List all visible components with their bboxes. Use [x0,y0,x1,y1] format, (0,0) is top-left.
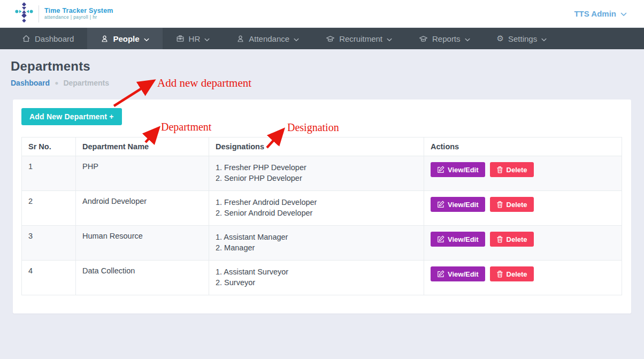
nav-item-dashboard[interactable]: Dashboard [9,28,87,49]
nav-item-hr[interactable]: HR [163,28,224,49]
breadcrumb-current: Departments [63,79,109,87]
cell-actions: View/Edit Delete [424,261,622,295]
chevron-down-icon [144,34,149,43]
cell-designations: 1. Fresher Android Developer 2. Senior A… [209,191,424,226]
table-row: 2 Android Developer 1. Fresher Android D… [22,191,622,226]
chevron-down-icon [387,34,392,43]
graduation-cap-icon [419,35,428,43]
view-edit-button[interactable]: View/Edit [431,162,485,177]
view-edit-button[interactable]: View/Edit [431,232,485,247]
nav-label: Recruitment [339,34,382,43]
header-department-name: Department Name [76,138,209,156]
home-icon [22,34,30,43]
edit-icon [437,235,444,243]
nav-item-settings[interactable]: ⚙ Settings [484,28,561,49]
view-edit-button[interactable]: View/Edit [431,197,485,212]
nav-label: People [113,34,139,43]
trash-icon [496,235,503,243]
breadcrumb: Dashboard ● Departments [11,79,631,87]
nav-label: Dashboard [35,34,74,43]
top-header: Time Tracker System attendance | payroll… [0,0,644,28]
person-icon [236,35,244,43]
edit-icon [437,201,444,208]
cell-designations: 1. Fresher PHP Developer 2. Senior PHP D… [209,156,424,191]
nav-label: HR [189,34,201,43]
breadcrumb-separator-icon: ● [55,79,58,87]
cell-department-name: Data Collection [76,261,209,295]
trash-icon [496,270,503,278]
cell-department-name: Human Resource [76,226,209,261]
page-title: Departments [11,59,631,74]
edit-icon [437,270,444,278]
cell-sr-no: 2 [22,191,76,226]
view-edit-button[interactable]: View/Edit [431,266,485,281]
user-menu[interactable]: TTS Admin [574,9,627,18]
delete-button[interactable]: Delete [490,197,534,212]
table-row: 3 Human Resource 1. Assistant Manager 2.… [22,226,622,261]
cell-sr-no: 3 [22,226,76,261]
nav-item-attendance[interactable]: Attendance [223,28,312,49]
graduation-cap-icon [326,35,335,43]
table-row: 1 PHP 1. Fresher PHP Developer 2. Senior… [22,156,622,191]
chevron-down-icon [294,34,299,43]
nav-label: Attendance [249,34,289,43]
cell-actions: View/Edit Delete [424,191,622,226]
app-logo[interactable]: Time Tracker System attendance | payroll… [15,2,113,26]
nav-label: Reports [432,34,461,43]
app-tagline: attendance | payroll | hr [44,15,113,20]
cell-department-name: PHP [76,156,209,191]
person-icon [101,35,109,43]
cell-designations: 1. Assistant Manager 2. Manager [209,226,424,261]
cell-actions: View/Edit Delete [424,226,622,261]
trash-icon [496,201,503,208]
table-header-row: Sr No. Department Name Designations Acti… [22,138,622,156]
edit-icon [437,166,444,173]
departments-card: Add New Department + Sr No. Department N… [13,100,631,314]
chevron-down-icon [204,34,210,43]
delete-button[interactable]: Delete [490,266,534,281]
departments-table: Sr No. Department Name Designations Acti… [21,137,622,295]
add-new-department-button[interactable]: Add New Department + [21,108,122,125]
delete-button[interactable]: Delete [490,162,534,177]
breadcrumb-dashboard-link[interactable]: Dashboard [11,79,50,87]
cell-sr-no: 1 [22,156,76,191]
gear-icon: ⚙ [497,35,504,43]
chevron-down-icon [541,34,547,43]
cell-sr-no: 4 [22,261,76,295]
delete-button[interactable]: Delete [490,232,534,247]
nav-item-reports[interactable]: Reports [405,28,484,49]
nav-item-people[interactable]: People [87,28,162,49]
user-menu-label: TTS Admin [574,9,616,18]
cell-department-name: Android Developer [76,191,209,226]
chevron-down-icon [620,9,627,18]
app-title: Time Tracker System [44,7,113,14]
briefcase-icon [176,34,185,43]
main-nav: Dashboard People HR Attendance Recrui [0,28,644,49]
nav-item-recruitment[interactable]: Recruitment [312,28,405,49]
logo-divider [39,5,39,22]
trash-icon [496,166,503,173]
chevron-down-icon [465,34,470,43]
header-sr-no: Sr No. [22,138,76,156]
table-row: 4 Data Collection 1. Assistant Surveyor … [22,261,622,295]
cell-actions: View/Edit Delete [424,156,622,191]
cell-designations: 1. Assistant Surveyor 2. Surveyor [209,261,424,295]
nav-label: Settings [508,34,537,43]
header-actions: Actions [424,138,622,156]
header-designations: Designations [209,138,424,156]
logo-mark-icon [15,2,33,26]
